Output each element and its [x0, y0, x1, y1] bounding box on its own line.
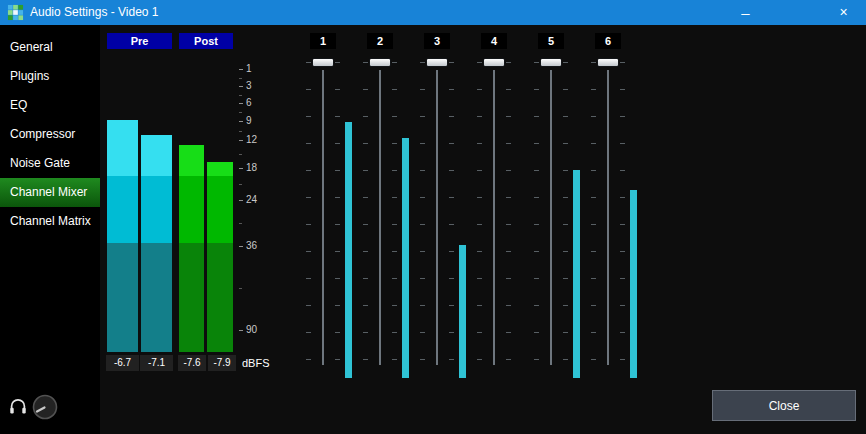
channel-3-fader-tick [420, 251, 425, 252]
channel-2-fader-tick [363, 305, 368, 306]
channel-1-meter [345, 122, 352, 378]
channel-1-fader-tick [306, 224, 311, 225]
channel-5-fader-tick [563, 359, 568, 360]
channel-3-fader-tick [449, 359, 454, 360]
channel-4-fader-tick [506, 359, 511, 360]
channel-1-fader-tick [335, 359, 340, 360]
channel-4-fader-tick [506, 62, 511, 63]
channel-4-fader-tick [506, 224, 511, 225]
channel-6-fader-tick [620, 170, 625, 171]
channel-6-fader-tick [591, 170, 596, 171]
channel-2-fader-handle[interactable] [369, 58, 391, 67]
channel-5-fader-tick [563, 89, 568, 90]
channel-2-fader-tick [363, 332, 368, 333]
channel-3-fader-tick [449, 62, 454, 63]
headphones-icon[interactable] [9, 397, 27, 415]
channel-5-fader-tick [563, 224, 568, 225]
channel-5-fader-tick [563, 116, 568, 117]
channel-3-fader-tick [420, 89, 425, 90]
channel-3-fader-tick [420, 359, 425, 360]
channel-6-meter [630, 190, 637, 378]
channel-1-fader-handle[interactable] [312, 58, 334, 67]
channel-4-fader-tick [506, 170, 511, 171]
channel-3-number: 3 [424, 33, 450, 49]
channel-4-fader-tick [477, 197, 482, 198]
channel-6-fader-tick [591, 89, 596, 90]
channel-1-fader-tick [306, 332, 311, 333]
channel-1-fader-tick [335, 116, 340, 117]
channel-1-fader-tick [335, 89, 340, 90]
channel-4-number: 4 [481, 33, 507, 49]
channel-4-fader-tick [477, 89, 482, 90]
channel-4-fader-tick [477, 224, 482, 225]
channel-3-fader-tick [420, 224, 425, 225]
channel-6-fader-tick [620, 143, 625, 144]
channel-1-fader-tick [306, 305, 311, 306]
channel-2-fader-tick [392, 170, 397, 171]
channel-4-fader-tick [477, 116, 482, 117]
channel-6-fader-tick [591, 116, 596, 117]
audio-settings-window: Audio Settings - Video 1 – × GeneralPlug… [0, 0, 866, 434]
channel-1-fader-tick [335, 143, 340, 144]
channel-4-fader-tick [506, 116, 511, 117]
channel-1-fader-tick [306, 251, 311, 252]
channel-2-fader-tick [392, 359, 397, 360]
channel-2-meter [402, 138, 409, 378]
channel-3-fader-handle[interactable] [426, 58, 448, 67]
channel-1-fader-tick [335, 332, 340, 333]
channel-5-fader-tick [534, 170, 539, 171]
channel-3-fader-tick [449, 197, 454, 198]
channel-4-fader-tick [506, 143, 511, 144]
channel-3-fader-tick [449, 305, 454, 306]
channel-1-fader-tick [335, 305, 340, 306]
monitor-volume-knob[interactable] [31, 393, 59, 421]
channel-5-fader-track [550, 70, 552, 365]
channel-2-fader-tick [392, 332, 397, 333]
channel-3-fader-tick [420, 170, 425, 171]
channel-6-fader-track [607, 70, 609, 365]
channel-1-fader-tick [335, 62, 340, 63]
channel-2-fader-tick [363, 170, 368, 171]
channel-3-fader-tick [420, 116, 425, 117]
channel-2-fader-tick [363, 224, 368, 225]
channel-1-fader-tick [306, 278, 311, 279]
channel-1-number: 1 [310, 33, 336, 49]
channel-5-fader-tick [563, 143, 568, 144]
channel-2-fader-tick [363, 197, 368, 198]
channel-3-fader-tick [420, 143, 425, 144]
channel-5-fader-tick [534, 62, 539, 63]
channel-4-fader-tick [477, 278, 482, 279]
channel-5-fader-tick [534, 359, 539, 360]
channel-2-fader-tick [392, 143, 397, 144]
channel-5-fader-tick [534, 197, 539, 198]
channel-3-fader-tick [449, 224, 454, 225]
channel-3-fader-tick [420, 305, 425, 306]
channel-5-number: 5 [538, 33, 564, 49]
channel-6-fader-tick [620, 89, 625, 90]
channel-6-fader-tick [591, 305, 596, 306]
channel-3-fader-tick [449, 170, 454, 171]
channel-4-fader-tick [506, 278, 511, 279]
channel-2-number: 2 [367, 33, 393, 49]
channel-5-meter [573, 170, 580, 378]
channel-1-fader-tick [306, 359, 311, 360]
channel-5-fader-handle[interactable] [540, 58, 562, 67]
channel-5-fader-tick [563, 332, 568, 333]
channel-4-fader-tick [477, 251, 482, 252]
channel-4-fader-tick [477, 143, 482, 144]
channel-6-fader-tick [620, 251, 625, 252]
channel-6-fader-tick [591, 197, 596, 198]
channel-2-fader-tick [363, 359, 368, 360]
channel-6-fader-tick [620, 359, 625, 360]
channel-4-fader-tick [506, 251, 511, 252]
channel-6-fader-tick [620, 224, 625, 225]
close-button[interactable]: Close [712, 390, 856, 421]
channel-6-fader-handle[interactable] [597, 58, 619, 67]
channel-4-fader-tick [506, 89, 511, 90]
channel-2-fader-tick [392, 224, 397, 225]
channel-3-fader-tick [449, 116, 454, 117]
channel-4-fader-handle[interactable] [483, 58, 505, 67]
channel-3-fader-tick [449, 89, 454, 90]
channel-2-fader-tick [363, 143, 368, 144]
channel-4-fader-track [493, 70, 495, 365]
